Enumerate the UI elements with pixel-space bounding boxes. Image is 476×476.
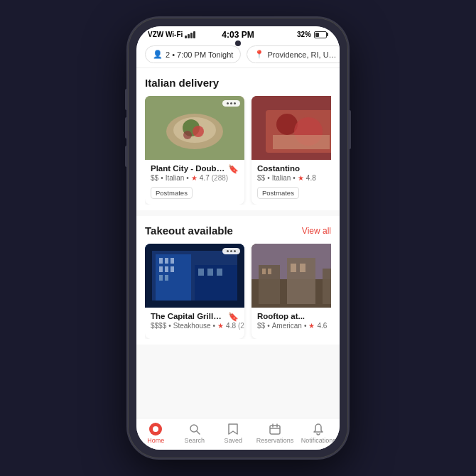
plant-city-name: Plant City - Double Zer...: [151, 164, 225, 173]
notifications-icon: [313, 423, 324, 436]
nav-reservations[interactable]: Reservations: [256, 423, 294, 444]
costantino-info: Costantino $$ • Italian • ★ 4.8 Postmate…: [251, 160, 331, 205]
person-icon: 👤: [153, 50, 163, 59]
dot5: [230, 250, 232, 252]
takeout-cards-row: The Capital Grille - Prov... 🔖 $$$$ • St…: [145, 244, 331, 339]
costantino-delivery: Postmates: [257, 187, 299, 199]
capital-cuisine: Steakhouse: [173, 322, 211, 330]
costantino-meta: $$ • Italian • ★ 4.8: [257, 174, 331, 182]
plant-city-card[interactable]: Plant City - Double Zer... 🔖 $$ • Italia…: [145, 96, 244, 205]
italian-delivery-section: Italian delivery: [136, 68, 340, 210]
search-icon: [188, 423, 201, 436]
phone-frame: VZW Wi-Fi 4:03 PM 32%: [128, 18, 348, 458]
nav-saved[interactable]: Saved: [217, 423, 249, 444]
plant-city-reviews: (288): [212, 174, 228, 182]
svg-rect-20: [159, 275, 163, 281]
section-title-italian: Italian delivery: [145, 77, 219, 89]
reservations-icon: [269, 423, 281, 436]
pin-icon: 📍: [254, 50, 264, 59]
capital-grille-dots[interactable]: [222, 248, 240, 254]
takeout-section: Takeout available View all: [136, 216, 340, 345]
nav-home[interactable]: Home: [140, 423, 171, 444]
svg-rect-25: [217, 269, 222, 276]
view-all-button[interactable]: View all: [302, 226, 331, 236]
nav-home-label: Home: [147, 437, 164, 444]
svg-rect-19: [171, 266, 174, 272]
section-title-takeout: Takeout available: [145, 225, 233, 237]
bookmark-icon[interactable]: 🔖: [228, 164, 239, 174]
section-header-takeout: Takeout available View all: [145, 225, 331, 237]
svg-rect-15: [165, 258, 168, 264]
rooftop-card[interactable]: Rooftop at... $$ • American • ★ 4.6: [251, 244, 331, 339]
svg-rect-16: [171, 258, 174, 264]
plant-city-info: Plant City - Double Zer... 🔖 $$ • Italia…: [145, 160, 244, 205]
location-filter-label: Providence, RI, United States: [267, 50, 338, 59]
rooftop-rating: 4.6: [317, 322, 327, 330]
bookmark-icon-2[interactable]: 🔖: [228, 312, 239, 322]
svg-line-36: [197, 431, 200, 434]
rooftop-info: Rooftop at... $$ • American • ★ 4.6: [251, 308, 331, 339]
status-right: 32%: [297, 31, 328, 38]
svg-rect-10: [273, 135, 330, 149]
rooftop-meta: $$ • American • ★ 4.6: [257, 322, 331, 330]
costantino-rating: 4.8: [306, 174, 316, 182]
nav-search-label: Search: [184, 437, 205, 444]
costantino-cuisine: Italian: [272, 174, 291, 182]
costantino-card[interactable]: Costantino $$ • Italian • ★ 4.8 Postmate…: [251, 96, 331, 205]
svg-rect-17: [159, 266, 163, 272]
guests-filter[interactable]: 👤 2 • 7:00 PM Tonight: [145, 45, 241, 63]
camera-notch: [235, 40, 241, 46]
rooftop-cuisine: American: [272, 322, 302, 330]
star-icon-2: ★: [298, 174, 304, 182]
capital-rating: 4.8: [226, 322, 236, 330]
phone-screen: VZW Wi-Fi 4:03 PM 32%: [136, 26, 340, 450]
plant-city-image: [145, 96, 244, 160]
svg-rect-30: [323, 269, 331, 304]
svg-rect-33: [291, 264, 296, 272]
plant-city-rating: 4.7: [200, 174, 210, 182]
bottom-nav: Home Search Saved: [136, 418, 340, 450]
card-options-dots[interactable]: [222, 100, 240, 107]
svg-rect-21: [165, 275, 168, 281]
rooftop-name: Rooftop at...: [257, 312, 331, 320]
nav-notifications-label: Notifications: [301, 437, 336, 444]
plant-city-price: $$: [151, 174, 158, 182]
svg-point-5: [183, 131, 192, 139]
plant-city-cuisine: Italian: [166, 174, 185, 182]
italian-cards-row: Plant City - Double Zer... 🔖 $$ • Italia…: [145, 96, 331, 205]
costantino-price: $$: [257, 174, 265, 182]
battery-icon: [314, 31, 328, 38]
content-area[interactable]: Italian delivery: [136, 68, 340, 418]
guests-filter-label: 2 • 7:00 PM Tonight: [166, 50, 233, 59]
rooftop-image: [251, 244, 331, 308]
dot6: [234, 250, 236, 252]
svg-rect-34: [300, 264, 305, 272]
nav-reservations-label: Reservations: [256, 437, 294, 444]
plant-city-delivery: Postmates: [151, 187, 193, 199]
location-filter[interactable]: 📍 Providence, RI, United States: [247, 45, 340, 63]
dot4: [227, 250, 229, 252]
capital-reviews: (2,694): [238, 322, 244, 330]
status-left: VZW Wi-Fi: [148, 31, 195, 38]
battery-percent: 32%: [297, 31, 311, 38]
home-dot: [153, 426, 158, 432]
costantino-image: [251, 96, 331, 160]
rooftop-price: $$: [257, 322, 265, 330]
svg-rect-18: [165, 266, 168, 272]
status-bar: VZW Wi-Fi 4:03 PM 32%: [136, 26, 340, 41]
wifi-icon: [185, 31, 195, 38]
capital-grille-image: [145, 244, 244, 308]
capital-grille-meta: $$$$ • Steakhouse • ★ 4.8 (2,694): [151, 322, 239, 330]
svg-rect-32: [268, 269, 271, 274]
saved-icon: [227, 423, 239, 436]
capital-grille-card[interactable]: The Capital Grille - Prov... 🔖 $$$$ • St…: [145, 244, 244, 339]
nav-notifications[interactable]: Notifications: [301, 423, 336, 444]
star-icon-3: ★: [217, 322, 224, 330]
capital-grille-name: The Capital Grille - Prov...: [151, 312, 225, 320]
svg-point-4: [193, 126, 204, 137]
nav-search[interactable]: Search: [179, 423, 210, 444]
dot1: [227, 102, 229, 104]
star-icon-4: ★: [308, 322, 315, 330]
section-header-italian: Italian delivery: [145, 77, 331, 89]
costantino-name: Costantino: [257, 164, 331, 173]
